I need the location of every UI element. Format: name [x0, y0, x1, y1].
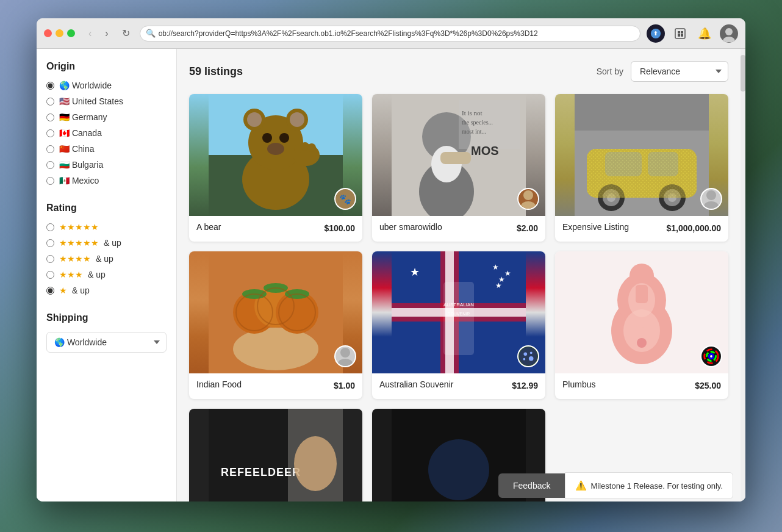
svg-point-52: [704, 201, 719, 209]
svg-point-96: [710, 355, 712, 358]
svg-text:★: ★: [504, 269, 511, 278]
listing-card-4[interactable]: Indian Food $1.00: [189, 251, 362, 399]
main-content: 59 listings Sort by Relevance Price: Low…: [177, 49, 741, 501]
origin-worldwide[interactable]: 🌎 Worldwide: [46, 81, 167, 90]
listing-card-3[interactable]: Expensive Listing $1,000,000.00: [555, 94, 728, 242]
reload-button[interactable]: ↻: [118, 25, 134, 41]
svg-point-8: [723, 37, 735, 42]
svg-point-79: [519, 347, 537, 365]
svg-point-82: [529, 356, 534, 361]
origin-cn[interactable]: 🇨🇳 China: [46, 144, 167, 154]
origin-mx[interactable]: 🇲🇽 Mexico: [46, 176, 167, 185]
svg-rect-28: [440, 152, 471, 164]
listing-card-6[interactable]: Plumbus $25.00: [555, 251, 728, 399]
svg-point-64: [340, 348, 350, 358]
close-button[interactable]: [44, 29, 52, 37]
minimize-button[interactable]: [56, 29, 63, 37]
svg-point-19: [267, 143, 284, 155]
feedback-button[interactable]: Feedback: [498, 473, 565, 498]
svg-text:★: ★: [498, 275, 505, 284]
listing-info-2: uber smarowidlo $2.00: [372, 216, 545, 242]
listing-title-2: uber smarowidlo: [379, 222, 442, 232]
shipping-filter-title: Shipping: [46, 312, 167, 323]
svg-point-35: [521, 201, 536, 209]
svg-rect-71: [443, 282, 474, 355]
sort-wrapper: Sort by Relevance Price: Low to High Pri…: [597, 61, 728, 82]
listing-price-1: $100.00: [324, 223, 355, 233]
listing-card-1[interactable]: 🐾 A bear $100.00: [189, 94, 362, 242]
traffic-lights: [44, 29, 75, 37]
svg-point-34: [523, 190, 533, 200]
origin-us[interactable]: 🇺🇸 United States: [46, 96, 167, 106]
listings-count: 59 listings: [189, 65, 243, 78]
origin-bg[interactable]: 🇧🇬 Bulgaria: [46, 160, 167, 170]
listing-title-5: Australian Souvenir: [379, 379, 453, 389]
svg-text:AUSTRALIAN: AUSTRALIAN: [443, 302, 474, 307]
svg-point-17: [262, 133, 272, 143]
shipping-select[interactable]: 🌎 Worldwide 🇺🇸 United States 🇩🇪 Germany …: [46, 332, 167, 353]
svg-text:MOS: MOS: [471, 144, 499, 157]
seller-avatar-5: [517, 345, 539, 367]
svg-point-18: [279, 133, 289, 143]
svg-text:⬆: ⬆: [653, 30, 658, 36]
svg-point-80: [523, 352, 527, 356]
rating-5[interactable]: ★★★★★: [46, 222, 167, 232]
origin-de[interactable]: 🇩🇪 Germany: [46, 112, 167, 122]
listing-price-4: $1.00: [334, 381, 355, 390]
rating-5-stars: ★★★★★: [59, 222, 99, 232]
rating-1[interactable]: ★ & up: [46, 286, 167, 295]
sort-select[interactable]: Relevance Price: Low to High Price: High…: [631, 61, 728, 82]
origin-ca-label: 🇨🇦 Canada: [59, 128, 102, 138]
listing-info-6: Plumbus $25.00: [555, 373, 728, 399]
listing-info-4: Indian Food $1.00: [189, 373, 362, 399]
listing-price-5: $12.99: [512, 381, 538, 390]
rating-3[interactable]: ★★★★ & up: [46, 254, 167, 264]
origin-bg-label: 🇧🇬 Bulgaria: [59, 160, 103, 170]
svg-rect-5: [678, 34, 680, 37]
rating-2[interactable]: ★★★ & up: [46, 270, 167, 279]
notifications-icon[interactable]: 🔔: [695, 24, 714, 43]
svg-point-15: [247, 112, 262, 127]
extension-icon[interactable]: [671, 24, 689, 43]
browser-window: ‹ › ↻ 🔍 ⬆ 🔔 Origin: [37, 18, 745, 501]
listing-price-2: $2.00: [517, 223, 538, 233]
origin-filter-title: Origin: [46, 61, 167, 72]
svg-point-83: [523, 358, 526, 361]
seller-avatar-3: [700, 188, 722, 210]
listing-info-3: Expensive Listing $1,000,000.00: [555, 216, 728, 242]
milestone-icon: ⚠️: [575, 480, 587, 491]
rating-4[interactable]: ★★★★★ & up: [46, 238, 167, 248]
svg-text:most int...: most int...: [462, 128, 486, 135]
shipping-filter: Shipping 🌎 Worldwide 🇺🇸 United States 🇩🇪…: [46, 312, 167, 353]
svg-rect-47: [587, 149, 697, 198]
listing-card-2[interactable]: It is not the species... most int... MOS: [372, 94, 545, 242]
address-bar[interactable]: [140, 26, 640, 41]
arweave-icon[interactable]: ⬆: [647, 24, 665, 43]
back-button[interactable]: ‹: [85, 26, 95, 41]
origin-de-label: 🇩🇪 Germany: [59, 112, 107, 122]
forward-button[interactable]: ›: [101, 26, 112, 41]
origin-mx-label: 🇲🇽 Mexico: [59, 176, 99, 185]
rating-4-text: & up: [104, 238, 121, 248]
maximize-button[interactable]: [67, 29, 75, 37]
user-avatar[interactable]: [720, 24, 738, 43]
svg-point-90: [637, 338, 647, 348]
listing-price-3: $1,000,000.00: [666, 223, 721, 233]
rating-3-stars: ★★★★: [59, 254, 91, 264]
listing-info-5: Australian Souvenir $12.99: [372, 373, 545, 399]
origin-cn-label: 🇨🇳 China: [59, 144, 94, 154]
origin-us-label: 🇺🇸 United States: [59, 96, 123, 106]
svg-text:★: ★: [410, 266, 420, 278]
listing-card-7[interactable]: REFEELDEER: [189, 409, 362, 501]
svg-rect-4: [681, 31, 683, 34]
seller-avatar-1: 🐾: [334, 188, 356, 210]
milestone-text: Milestone 1 Release. For testing only.: [590, 481, 723, 491]
listing-card-5[interactable]: AUSTRALIAN SOUVENIR ★ ★ ★ ★ ★: [372, 251, 545, 399]
svg-point-81: [530, 351, 533, 354]
search-icon: 🔍: [146, 29, 156, 38]
listing-title-4: Indian Food: [196, 379, 242, 389]
listings-grid: 🐾 A bear $100.00: [189, 94, 728, 501]
svg-point-65: [338, 359, 353, 366]
svg-point-102: [428, 439, 489, 500]
origin-ca[interactable]: 🇨🇦 Canada: [46, 128, 167, 138]
